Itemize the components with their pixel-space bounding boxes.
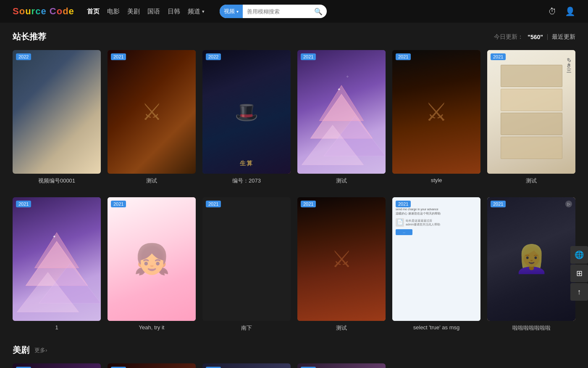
search-type-select[interactable]: 视频 ▾ (220, 5, 243, 18)
video-card-9[interactable]: 2021 南下 (202, 197, 291, 332)
poster-art-svg-2 (13, 197, 101, 321)
windows-button[interactable]: ⊞ (570, 265, 588, 282)
section2-title: 美剧 (13, 344, 29, 356)
video-thumbnail-3: 2022 🎩 生算 (202, 50, 291, 174)
video-thumbnail-4: 2021 ✦ ✧ (297, 50, 386, 174)
partial-thumbnail-3: 2021 (202, 363, 291, 368)
year-badge-1: 2022 (16, 53, 31, 60)
nav-dropdown-channel[interactable]: 频道 ▾ (188, 8, 205, 16)
today-update-label: 今日更新： (494, 33, 523, 41)
video-title-4: 测试 (297, 177, 386, 185)
history-icon[interactable]: ⏱ (548, 7, 556, 16)
logo-letter: C (50, 6, 57, 16)
recent-update-link[interactable]: 最近更新 (552, 33, 575, 41)
video-title-2: 测试 (108, 177, 196, 185)
float-buttons: 🌐 ⊞ ↑ (570, 246, 588, 301)
video-thumbnail-2: 2021 ⚔ (108, 50, 196, 174)
video-title-9: 南下 (202, 324, 291, 332)
logo-letter: S (13, 6, 19, 16)
user-icon[interactable]: 👤 (565, 6, 575, 16)
year-badge-5: 2021 (396, 53, 411, 60)
partial-card-4[interactable]: 2021 (297, 363, 386, 368)
logo-letter: o (19, 6, 25, 16)
year-badge-9: 2021 (206, 201, 221, 207)
video-card-4[interactable]: 2021 ✦ ✧ 测试 (297, 50, 386, 185)
year-badge-10: 2021 (301, 201, 316, 207)
year-badge-12: 2021 (491, 201, 506, 207)
partial-thumbnail-2: 2021 (108, 363, 196, 368)
video-thumbnail-12: 2021 👱‍♀️ ▷ (487, 197, 575, 321)
logo-letter (47, 6, 50, 16)
nav-item-chinese[interactable]: 国语 (147, 8, 160, 16)
main-nav: 首页 电影 美剧 国语 日韩 频道 ▾ (87, 8, 205, 16)
video-thumbnail-10: 2021 ⚔ (297, 197, 386, 321)
video-title-8: Yeah, try it (108, 324, 196, 331)
partial-card-3[interactable]: 2021 (202, 363, 291, 368)
video-title-1: 视频编号00001 (13, 177, 101, 185)
nav-item-movies[interactable]: 电影 (107, 8, 120, 16)
search-input[interactable] (243, 5, 310, 18)
video-card-11[interactable]: 2021 send me charge in your advance温暖的心 … (392, 197, 480, 332)
scroll-top-button[interactable]: ↑ (570, 283, 588, 301)
nav-item-home[interactable]: 首页 (87, 8, 100, 16)
partial-thumbnail-4: 2021 (297, 363, 386, 368)
logo-letter: c (35, 6, 41, 16)
year-badge-6: 2021 (491, 53, 506, 60)
header-icons: ⏱ 👤 (548, 6, 575, 16)
video-grid-partial: 2021 2021 2021 2021 (13, 363, 575, 368)
video-title-6: 测试 (487, 177, 575, 185)
logo[interactable]: Source Code (13, 6, 74, 17)
more-link[interactable]: 更多› (34, 347, 47, 354)
logo-letter: r (32, 6, 36, 16)
year-badge-8: 2021 (111, 201, 126, 207)
today-update-count: "560" (528, 34, 543, 40)
logo-letter: d (63, 6, 68, 16)
video-title-12: 啦啦啦啦啦啦啦 (487, 324, 575, 332)
partial-card-1[interactable]: 2021 (13, 363, 101, 368)
nav-item-us-drama[interactable]: 美剧 (127, 8, 140, 16)
svg-marker-3 (320, 85, 364, 121)
video-title-3: 编号：2073 (202, 177, 291, 185)
section1-header: 站长推荐 今日更新： "560" 最近更新 (13, 31, 575, 42)
video-card-2[interactable]: 2021 ⚔ 测试 (108, 50, 196, 185)
search-icon: 🔍 (314, 8, 323, 16)
video-title-7: 1 (13, 324, 101, 331)
video-card-1[interactable]: 2022 柔骨 视频编号00001 (13, 50, 101, 185)
main-content: 站长推荐 今日更新： "560" 最近更新 2022 柔骨 视频编号00001 … (0, 23, 588, 368)
search-button[interactable]: 🔍 (310, 8, 327, 16)
logo-letter: u (25, 6, 31, 16)
video-title-10: 测试 (297, 324, 386, 332)
video-thumbnail-1: 2022 柔骨 (13, 50, 101, 174)
nav-item-japanese-korean[interactable]: 日韩 (168, 8, 180, 16)
svg-marker-7 (35, 233, 79, 268)
video-card-10[interactable]: 2021 ⚔ 测试 (297, 197, 386, 332)
partial-thumbnail-1: 2021 (13, 363, 101, 368)
video-card-5[interactable]: 2021 ⚔ style (392, 50, 480, 185)
video-card-3[interactable]: 2022 🎩 生算 编号：2073 (202, 50, 291, 185)
section1-meta: 今日更新： "560" 最近更新 (494, 33, 575, 41)
video-grid-row2: 2021 ✦ 1 2021 👧 Yeah, try (13, 197, 575, 332)
translate-button[interactable]: 🌐 (570, 246, 588, 264)
video-thumbnail-9: 2021 (202, 197, 291, 321)
partial-card-2[interactable]: 2021 (108, 363, 196, 368)
year-badge-7: 2021 (16, 201, 31, 207)
video-grid-row1: 2022 柔骨 视频编号00001 2021 ⚔ 测试 2022 (13, 50, 575, 185)
video-card-6[interactable]: 2021 ちき三 测试 (487, 50, 575, 185)
video-card-12[interactable]: 2021 👱‍♀️ ▷ 啦啦啦啦啦啦啦 (487, 197, 575, 332)
video-thumbnail-5: 2021 ⚔ (392, 50, 480, 174)
section2-header: 美剧 更多› (13, 344, 575, 356)
section1-title: 站长推荐 (13, 31, 46, 42)
video-thumbnail-7: 2021 ✦ (13, 197, 101, 321)
video-title-11: select 'true' as msg (392, 324, 480, 331)
chevron-down-icon: ▾ (236, 9, 239, 14)
divider (547, 34, 548, 40)
year-badge-3: 2022 (206, 53, 221, 60)
poster-art-svg (297, 50, 386, 174)
video-thumbnail-6: 2021 ちき三 (487, 50, 575, 174)
search-bar: 视频 ▾ 🔍 (220, 5, 327, 18)
header: Source Code 首页 电影 美剧 国语 日韩 频道 ▾ 视频 ▾ 🔍 ⏱… (0, 0, 588, 23)
video-card-7[interactable]: 2021 ✦ 1 (13, 197, 101, 332)
video-card-8[interactable]: 2021 👧 Yeah, try it (108, 197, 196, 332)
year-badge-11: 2021 (396, 201, 411, 207)
chevron-down-icon: ▾ (202, 9, 205, 14)
